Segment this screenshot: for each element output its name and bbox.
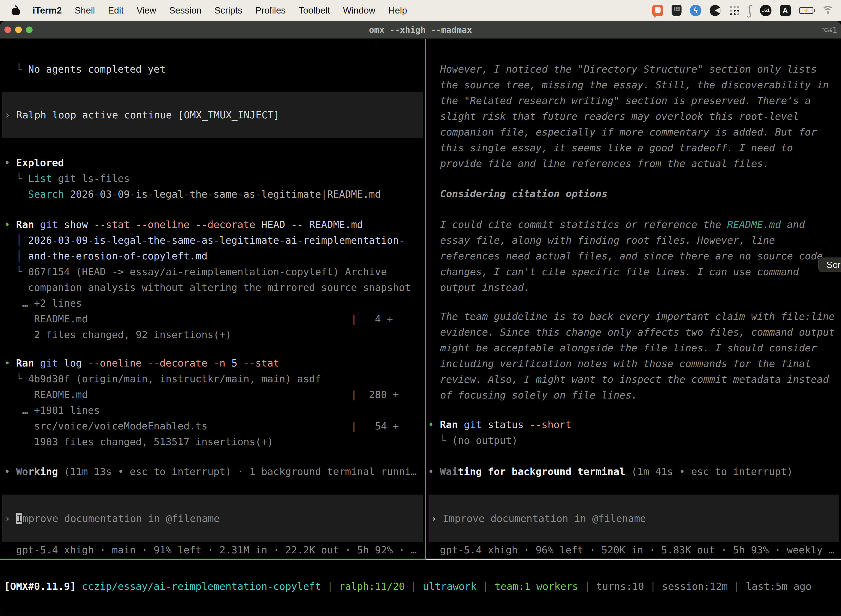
menu-item-toolbelt[interactable]: Toolbelt (299, 5, 330, 16)
terminal-line: • Working (11m 13s • esc to interrupt) ·… (4, 463, 417, 480)
terminal-line: the source tree, missing the essay. Stil… (440, 77, 829, 93)
terminal-line: slight risk that future readers may over… (440, 109, 829, 124)
terminal-line: essay file, along with finding root file… (440, 232, 823, 248)
terminal-line: evidence. Since this change only affects… (440, 324, 835, 340)
chat-icon[interactable] (652, 5, 663, 16)
blue-bolt-icon[interactable]: ϟ (690, 5, 701, 16)
window-title-bar: omx --xhigh --madmax ⌥⌘1 (0, 21, 841, 39)
terminal-line: references need actual files, and since … (440, 248, 823, 264)
menu-item-view[interactable]: View (136, 5, 156, 16)
terminal-line: │ and-the-erosion-of-copyleft.md (4, 248, 411, 264)
terminal-line: companion analysis without altering the … (4, 280, 411, 295)
pane-left[interactable]: └ No agents completed yet › Ralph loop a… (0, 39, 425, 559)
terminal-line: • Ran git show --stat --oneline --decora… (4, 217, 411, 232)
terminal-line: including verification notes with those … (440, 356, 835, 371)
terminal-line: might be acceptable alongside the file l… (440, 340, 835, 356)
terminal-line: 2 files changed, 92 insertions(+) (4, 327, 411, 343)
terminal-line: this single essay, it seems like a good … (440, 140, 829, 155)
working-status-line: • Working (11m 13s • esc to interrupt) ·… (4, 463, 417, 480)
omx-status-pane: [OMX#0.11.9] cczip/essay/ai-reimplementa… (0, 560, 841, 612)
screen-share-chip[interactable]: Scre (818, 258, 841, 272)
battery-icon[interactable]: ⚡ (799, 7, 813, 14)
ralph-inject-box: › Ralph loop active continue [OMX_TMUX_I… (2, 92, 423, 138)
model-status-line-left: gpt-5.4 xhigh · main · 91% left · 2.31M … (4, 542, 417, 558)
menu-item-window[interactable]: Window (343, 5, 375, 16)
menu-item-shell[interactable]: Shell (75, 5, 95, 16)
menu-item-profiles[interactable]: Profiles (255, 5, 286, 16)
pane-divider-vertical[interactable] (425, 39, 426, 559)
terminal-line: • Waiting for background terminal (1m 41… (428, 463, 793, 480)
reasoning-paragraph-2: I could cite commit statistics or refere… (440, 217, 823, 295)
prompt-input-left[interactable]: › Improve documentation in @filename (2, 494, 423, 542)
menu-item-edit[interactable]: Edit (108, 5, 124, 16)
menu-items: iTerm2 Shell Edit View Session Scripts P… (32, 5, 407, 16)
terminal-line: gpt-5.4 xhigh · main · 91% left · 2.31M … (4, 542, 417, 558)
terminal-line: • Explored (4, 155, 381, 170)
terminal-line: › Improve documentation in @filename (4, 510, 423, 526)
terminal-line: output instead. (440, 280, 823, 295)
menu-status-icons: ϟ ʃ ..61 A ⚡ (652, 4, 841, 18)
terminal-line: │ 2026-03-09-is-legal-the-same-as-legiti… (4, 232, 411, 248)
terminal-line: README.md | 4 + (4, 311, 411, 327)
apple-menu-icon[interactable] (12, 6, 20, 15)
terminal-line: companion file, especially if more comme… (440, 124, 829, 140)
git-log-block: • Ran git log --oneline --decorate -n 5 … (4, 355, 399, 450)
terminal-line: README.md | 280 + (4, 387, 399, 402)
terminal-line: gpt-5.4 xhigh · 96% left · 520K in · 5.8… (428, 542, 835, 558)
waiting-status-line: • Waiting for background terminal (1m 41… (428, 463, 793, 480)
percent-badge-icon[interactable]: ..61 (760, 5, 771, 16)
terminal-line: • Ran git log --oneline --decorate -n 5 … (4, 355, 399, 371)
terminal-line: changes, I can't cite specific file line… (440, 264, 823, 280)
terminal-line: › Improve documentation in @filename (431, 510, 839, 526)
terminal-line: └ List git ls-files (4, 170, 381, 186)
prompt-input-right[interactable]: › Improve documentation in @filename (428, 494, 839, 542)
a-badge-icon[interactable]: A (780, 5, 791, 16)
reasoning-heading: Considering citation options (440, 186, 608, 201)
agents-status-block: └ No agents completed yet (4, 61, 166, 77)
terminal-line: src/voice/voiceModeEnabled.ts | 54 + (4, 418, 399, 434)
terminal-line: of focusing solely on file lines. (440, 387, 835, 403)
terminal-line: … +2 lines (4, 295, 411, 311)
git-show-block: • Ran git show --stat --oneline --decora… (4, 217, 411, 343)
pane-right[interactable]: However, I noticed the "Directory Struct… (426, 39, 841, 559)
terminal-line: › Ralph loop active continue [OMX_TMUX_I… (4, 107, 423, 123)
explored-block: • Explored └ List git ls-files Search 20… (4, 155, 381, 202)
terminal-line: └ (no output) (428, 433, 571, 448)
terminal-line: Search 2026-03-09-is-legal-the-same-as-l… (4, 186, 381, 202)
iterm-window: omx --xhigh --madmax ⌥⌘1 └ No agents com… (0, 21, 841, 612)
terminal-line: review. Also, I might want to inspect th… (440, 371, 835, 387)
reasoning-paragraph-1: However, I noticed the "Directory Struct… (440, 61, 829, 172)
window-shortcut-badge: ⌥⌘1 (822, 21, 837, 39)
terminal-line: Considering citation options (440, 186, 608, 201)
window-title: omx --xhigh --madmax (0, 21, 841, 39)
keypad-shield-icon[interactable] (672, 5, 681, 16)
terminal-line: the "Related research writing" section i… (440, 93, 829, 109)
menu-item-help[interactable]: Help (388, 5, 407, 16)
terminal-line: └ No agents completed yet (4, 61, 166, 77)
terminal-line: [OMX#0.11.9] cczip/essay/ai-reimplementa… (4, 578, 812, 594)
terminal-line: I could cite commit statistics or refere… (440, 217, 823, 232)
terminal-line: provide file and line references from th… (440, 155, 829, 172)
menu-item-session[interactable]: Session (169, 5, 201, 16)
terminal-line: However, I noticed the "Directory Struct… (440, 61, 829, 77)
pie-circle-icon[interactable] (710, 5, 721, 16)
dots-grid-icon[interactable] (729, 5, 740, 16)
reasoning-paragraph-3: The team guideline is to back every impo… (440, 308, 835, 403)
terminal-line: └ 4b9d30f (origin/main, instructkr/main,… (4, 371, 399, 387)
omx-status-line: [OMX#0.11.9] cczip/essay/ai-reimplementa… (4, 578, 812, 594)
menu-item-app[interactable]: iTerm2 (32, 5, 62, 16)
git-status-block: • Ran git status --short └ (no output) (428, 417, 571, 448)
terminal-line: The team guideline is to back every impo… (440, 308, 835, 324)
menu-item-scripts[interactable]: Scripts (214, 5, 242, 16)
terminal-line: • Ran git status --short (428, 417, 571, 433)
screen-share-chip-label: Scre (826, 260, 841, 270)
model-status-line-right: gpt-5.4 xhigh · 96% left · 520K in · 5.8… (428, 542, 835, 558)
terminal-content: └ No agents completed yet › Ralph loop a… (0, 39, 841, 612)
squiggle-icon[interactable]: ʃ (748, 4, 752, 18)
terminal-line: └ 067f154 (HEAD -> essay/ai-reimplementa… (4, 264, 411, 280)
menu-bar: iTerm2 Shell Edit View Session Scripts P… (0, 0, 841, 21)
terminal-line: … +1901 lines (4, 402, 399, 418)
wifi-icon[interactable] (822, 6, 834, 15)
terminal-line: 1903 files changed, 513517 insertions(+) (4, 434, 399, 450)
